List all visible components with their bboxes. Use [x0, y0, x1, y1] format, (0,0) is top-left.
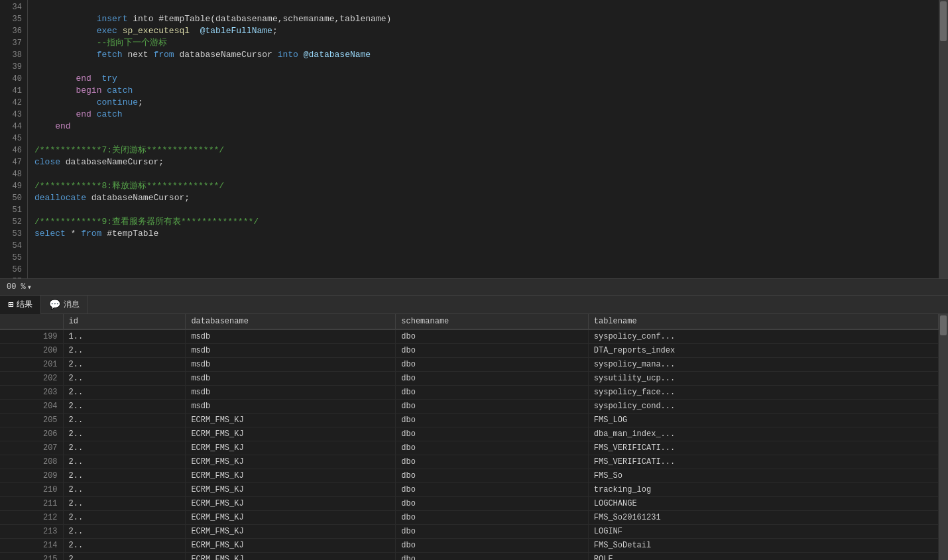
cell-tablename: syspolicy_face... — [588, 386, 938, 400]
line-number: 40 — [5, 73, 22, 85]
code-line: insert into #tempTable(databasename,sche… — [34, 13, 939, 25]
table-row[interactable]: 1991..msdbdbosyspolicy_conf... — [0, 329, 939, 344]
line-number: 36 — [5, 25, 22, 37]
cell-rownum: 2.. — [63, 441, 186, 455]
results-scrollbar[interactable] — [939, 314, 948, 560]
cell-rownum: 2.. — [63, 344, 186, 358]
tab-结果[interactable]: ⊞结果 — [0, 296, 41, 314]
cell-schemaname: dbo — [396, 497, 588, 511]
cell-tablename: LOGINF — [588, 525, 938, 539]
tab-icon: 💬 — [49, 299, 60, 310]
line-number: 35 — [5, 13, 22, 25]
tab-消息[interactable]: 💬消息 — [41, 296, 88, 314]
line-number: 46 — [5, 144, 22, 156]
cell-schemaname: dbo — [396, 441, 588, 455]
cell-id: 212 — [0, 511, 63, 525]
cell-tablename: syspolicy_mana... — [588, 358, 938, 372]
line-numbers: 3435363738394041424344454647484950515253… — [0, 0, 28, 278]
table-row[interactable]: 2122..ECRM_FMS_KJdboFMS_So20161231 — [0, 511, 939, 525]
cell-databasename: ECRM_FMS_KJ — [186, 455, 396, 469]
cell-schemaname: dbo — [396, 372, 588, 386]
code-line: fetch next from databaseNameCursor into … — [34, 49, 939, 61]
cell-id: 210 — [0, 483, 63, 497]
code-line — [34, 240, 939, 252]
line-number: 38 — [5, 49, 22, 61]
editor-scrollbar-thumb[interactable] — [940, 1, 947, 41]
cell-rownum: 2.. — [63, 372, 186, 386]
cell-databasename: msdb — [186, 329, 396, 344]
cell-tablename: LOGCHANGE — [588, 497, 938, 511]
cell-databasename: ECRM_FMS_KJ — [186, 553, 396, 561]
table-row[interactable]: 2112..ECRM_FMS_KJdboLOGCHANGE — [0, 497, 939, 511]
cell-tablename: sysutility_ucp... — [588, 372, 938, 386]
cell-schemaname: dbo — [396, 525, 588, 539]
cell-rownum: 2.. — [63, 469, 186, 483]
cell-id: 213 — [0, 525, 63, 539]
table-row[interactable]: 2032..msdbdbosyspolicy_face... — [0, 386, 939, 400]
line-number: 43 — [5, 109, 22, 121]
code-line — [34, 276, 939, 278]
table-row[interactable]: 2022..msdbdbosysutility_ucp... — [0, 372, 939, 386]
line-number: 44 — [5, 121, 22, 133]
code-line: continue; — [34, 97, 939, 109]
cell-schemaname: dbo — [396, 455, 588, 469]
zoom-level: 00 % — [7, 282, 26, 292]
cell-rownum: 2.. — [63, 358, 186, 372]
cell-tablename: syspolicy_cond... — [588, 400, 938, 414]
line-number: 47 — [5, 156, 22, 168]
table-row[interactable]: 2082..ECRM_FMS_KJdboFMS_VERIFICATI... — [0, 455, 939, 469]
cell-schemaname: dbo — [396, 386, 588, 400]
cell-databasename: msdb — [186, 400, 396, 414]
tab-label: 消息 — [64, 299, 80, 310]
cell-id: 211 — [0, 497, 63, 511]
cell-rownum: 2.. — [63, 539, 186, 553]
cell-rownum: 2.. — [63, 553, 186, 561]
line-number: 41 — [5, 85, 22, 97]
cell-rownum: 1.. — [63, 329, 186, 344]
code-line — [34, 264, 939, 276]
cell-schemaname: dbo — [396, 329, 588, 344]
col-header-rownum — [0, 314, 63, 329]
results-scrollbar-thumb[interactable] — [940, 315, 947, 335]
cell-schemaname: dbo — [396, 553, 588, 561]
table-row[interactable]: 2102..ECRM_FMS_KJdbotracking_log — [0, 483, 939, 497]
results-tabs: ⊞结果💬消息 — [0, 296, 948, 314]
table-row[interactable]: 2092..ECRM_FMS_KJdboFMS_So — [0, 469, 939, 483]
cell-databasename: ECRM_FMS_KJ — [186, 469, 396, 483]
cell-id: 204 — [0, 400, 63, 414]
table-row[interactable]: 2152..ECRM_FMS_KJdboROLE — [0, 553, 939, 561]
cell-tablename: syspolicy_conf... — [588, 329, 938, 344]
code-content[interactable]: insert into #tempTable(databasename,sche… — [28, 0, 939, 278]
editor-section: 3435363738394041424344454647484950515253… — [0, 0, 948, 278]
cell-rownum: 2.. — [63, 427, 186, 441]
line-number: 55 — [5, 252, 22, 264]
table-row[interactable]: 2132..ECRM_FMS_KJdboLOGINF — [0, 525, 939, 539]
cell-rownum: 2.. — [63, 511, 186, 525]
code-line — [34, 133, 939, 144]
editor-scrollbar[interactable] — [939, 0, 948, 278]
cell-tablename: DTA_reports_index — [588, 344, 938, 358]
code-line: /************9:查看服务器所有表**************/ — [34, 216, 939, 228]
tab-label: 结果 — [17, 299, 32, 310]
zoom-dropdown-arrow[interactable]: ▾ — [27, 282, 32, 292]
cell-schemaname: dbo — [396, 400, 588, 414]
cell-id: 208 — [0, 455, 63, 469]
table-row[interactable]: 2062..ECRM_FMS_KJdbodba_man_index_... — [0, 427, 939, 441]
code-line: end catch — [34, 109, 939, 121]
table-row[interactable]: 2072..ECRM_FMS_KJdboFMS_VERIFICATI... — [0, 441, 939, 455]
cell-databasename: ECRM_FMS_KJ — [186, 525, 396, 539]
table-row[interactable]: 2002..msdbdboDTA_reports_index — [0, 344, 939, 358]
results-table-wrapper[interactable]: iddatabasenameschemanametablename 1991..… — [0, 314, 939, 560]
line-number: 53 — [5, 228, 22, 240]
cell-tablename: FMS_So — [588, 469, 938, 483]
cell-id: 214 — [0, 539, 63, 553]
cell-tablename: FMS_VERIFICATI... — [588, 441, 938, 455]
code-line: end — [34, 121, 939, 133]
table-row[interactable]: 2012..msdbdbosyspolicy_mana... — [0, 358, 939, 372]
status-bar: 00 % ▾ — [0, 278, 948, 296]
table-row[interactable]: 2042..msdbdbosyspolicy_cond... — [0, 400, 939, 414]
cell-schemaname: dbo — [396, 358, 588, 372]
cell-schemaname: dbo — [396, 344, 588, 358]
table-row[interactable]: 2142..ECRM_FMS_KJdboFMS_SoDetail — [0, 539, 939, 553]
table-row[interactable]: 2052..ECRM_FMS_KJdboFMS_LOG — [0, 414, 939, 427]
